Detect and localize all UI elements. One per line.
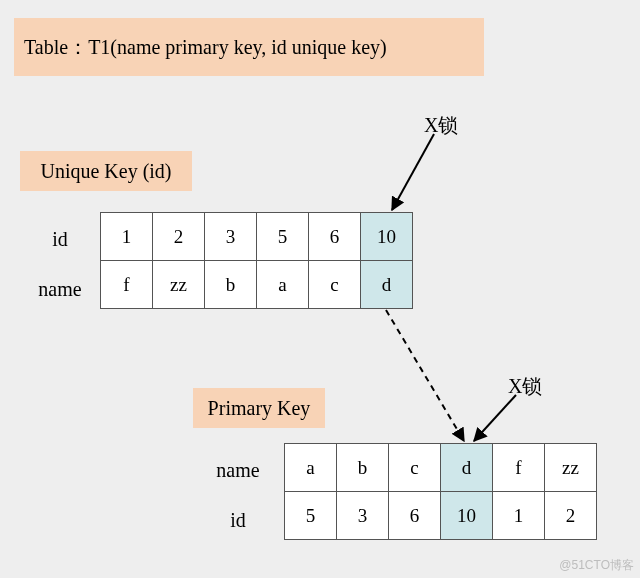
cell: 3 [337,492,389,540]
unique-key-label: Unique Key (id) [20,151,192,191]
cell: 2 [153,213,205,261]
unique-key-table: 1 2 3 5 6 10 f zz b a c d [100,212,413,309]
cell: c [389,444,441,492]
cell: 1 [493,492,545,540]
cell: b [337,444,389,492]
row-label-name: name [30,278,90,301]
cell: 6 [389,492,441,540]
cell: 5 [285,492,337,540]
row-label-name: name [208,459,268,482]
arrow-xlock-bottom [474,395,516,441]
cell: 1 [101,213,153,261]
xlock-label-bottom: X锁 [508,373,542,400]
arrow-link-dashed [386,310,464,441]
cell: c [309,261,361,309]
primary-key-label: Primary Key [193,388,325,428]
cell: f [493,444,545,492]
row-label-id: id [208,509,268,532]
cell: b [205,261,257,309]
xlock-label-top: X锁 [424,112,458,139]
cell: f [101,261,153,309]
cell-locked: d [441,444,493,492]
cell-locked: d [361,261,413,309]
cell: zz [545,444,597,492]
arrow-xlock-top [392,134,434,210]
cell-locked: 10 [361,213,413,261]
cell: a [257,261,309,309]
cell: zz [153,261,205,309]
cell: 3 [205,213,257,261]
watermark: @51CTO博客 [559,557,634,574]
primary-key-table: a b c d f zz 5 3 6 10 1 2 [284,443,597,540]
cell-locked: 10 [441,492,493,540]
cell: 5 [257,213,309,261]
cell: 6 [309,213,361,261]
row-label-id: id [30,228,90,251]
cell: a [285,444,337,492]
table-definition-header: Table：T1(name primary key, id unique key… [14,18,484,76]
cell: 2 [545,492,597,540]
